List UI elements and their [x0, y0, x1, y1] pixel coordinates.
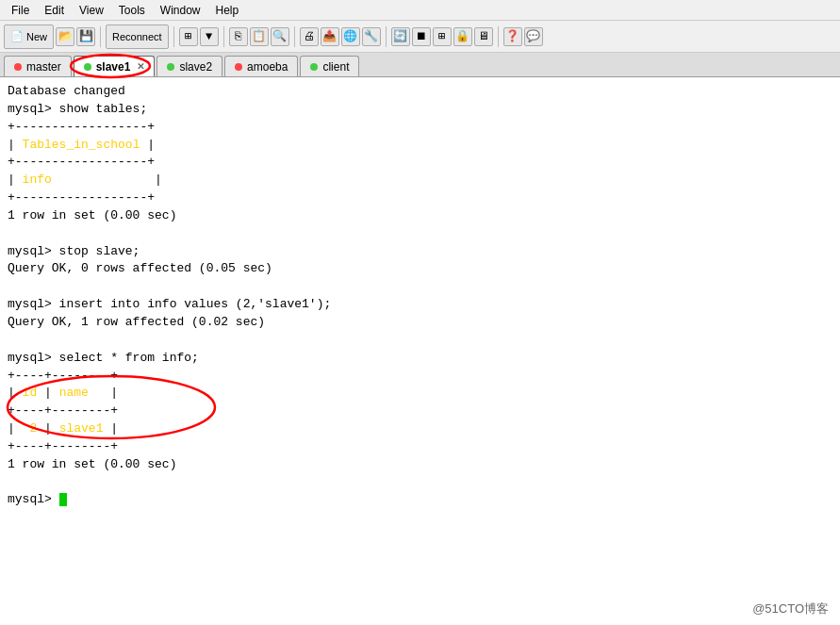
down-icon[interactable]: ▼ — [200, 27, 219, 46]
sep1 — [100, 26, 101, 47]
sep6 — [498, 26, 499, 47]
tab-amoeba[interactable]: amoeba — [224, 56, 298, 76]
stop-icon[interactable]: ⏹ — [412, 27, 431, 46]
paste-icon[interactable]: 📋 — [250, 27, 269, 46]
tab-master-label: master — [26, 60, 61, 74]
open-icon[interactable]: 📂 — [56, 27, 74, 46]
new-button[interactable]: 📄 New — [4, 25, 54, 49]
chat-icon[interactable]: 💬 — [524, 27, 543, 46]
save-icon[interactable]: 💾 — [76, 27, 95, 46]
grid-icon[interactable]: ⊞ — [179, 27, 198, 46]
menu-tools[interactable]: Tools — [111, 2, 153, 19]
search-icon[interactable]: 🔍 — [271, 27, 289, 46]
web-icon[interactable]: 🌐 — [341, 27, 360, 46]
reconnect-label: Reconnect — [112, 31, 162, 42]
menu-edit[interactable]: Edit — [37, 2, 72, 19]
lock-icon[interactable]: 🔒 — [453, 27, 472, 46]
tab-bar: master slave1 ✕ slave2 amoeba client — [0, 53, 840, 77]
menu-file[interactable]: File — [4, 2, 37, 19]
tab-client[interactable]: client — [300, 56, 359, 76]
sep2 — [173, 26, 174, 47]
tab-client-dot — [310, 63, 318, 71]
help-icon[interactable]: ❓ — [503, 27, 522, 46]
copy-icon[interactable]: ⎘ — [229, 27, 248, 46]
tab-slave1[interactable]: slave1 ✕ — [74, 56, 156, 76]
tab-slave1-close[interactable]: ✕ — [137, 61, 144, 72]
monitor-icon[interactable]: 🖥 — [474, 27, 493, 46]
reconnect-button[interactable]: Reconnect — [106, 25, 169, 49]
sep3 — [223, 26, 224, 47]
tab-amoeba-dot — [235, 63, 242, 71]
sep4 — [294, 26, 295, 47]
refresh-icon[interactable]: 🔄 — [391, 27, 410, 46]
terminal-area[interactable]: Database changed mysql> show tables; +--… — [0, 77, 840, 625]
tab-slave2-dot — [167, 63, 174, 71]
plugin-icon[interactable]: 🔧 — [362, 27, 381, 46]
print-icon[interactable]: 🖨 — [300, 27, 319, 46]
tab-amoeba-label: amoeba — [247, 60, 288, 74]
menu-view[interactable]: View — [72, 2, 111, 19]
watermark: @51CTO博客 — [752, 600, 829, 617]
tab-master-dot — [14, 63, 22, 71]
tab-master[interactable]: master — [4, 56, 72, 76]
tab-slave2[interactable]: slave2 — [156, 56, 222, 76]
tab-slave2-label: slave2 — [179, 60, 212, 74]
menu-window[interactable]: Window — [153, 2, 208, 19]
table-icon[interactable]: ⊞ — [433, 27, 452, 46]
menu-help[interactable]: Help — [208, 2, 247, 19]
new-icon: 📄 — [10, 30, 24, 42]
new-label: New — [26, 31, 47, 42]
toolbar: 📄 New 📂 💾 Reconnect ⊞ ▼ ⎘ 📋 🔍 🖨 📤 🌐 🔧 🔄 … — [0, 21, 840, 53]
sep5 — [386, 26, 387, 47]
menubar: File Edit View Tools Window Help — [0, 0, 840, 21]
terminal-content: Database changed mysql> show tables; +--… — [8, 83, 832, 509]
export-icon[interactable]: 📤 — [321, 27, 339, 46]
tab-slave1-label: slave1 — [96, 60, 131, 74]
tab-slave1-dot — [84, 63, 91, 71]
tab-client-label: client — [322, 60, 349, 74]
